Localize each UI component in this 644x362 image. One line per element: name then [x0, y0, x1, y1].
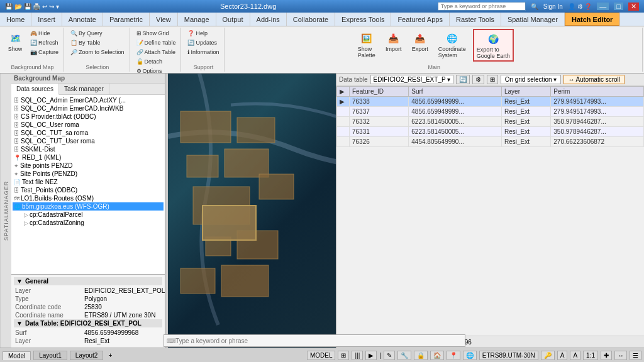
svg-rect-10	[180, 268, 215, 293]
status-key[interactable]: 🔑	[541, 351, 555, 360]
table-row[interactable]: 76337 4856.659949999... Resi_Ext 279.949…	[337, 107, 644, 117]
refresh-button[interactable]: 🔄Refresh	[28, 38, 61, 47]
tab-manage[interactable]: Manage	[178, 13, 216, 26]
tree-item-sql2[interactable]: 🗄 SQL_OC_Admin EmerCAD.InciWKB	[13, 104, 164, 112]
coordinate-system-button[interactable]: 🌐 CoordinateSystem	[435, 29, 469, 60]
export-google-earth-button[interactable]: 🌍 Export toGoogle Earth	[473, 29, 514, 62]
status-pin[interactable]: 📍	[447, 351, 460, 360]
status-arrows[interactable]: ↔	[614, 351, 627, 360]
tab-featured-apps[interactable]: Featured Apps	[391, 13, 450, 26]
autoscroll-button[interactable]: ↔ Automatic scroll	[564, 75, 625, 84]
status-plus[interactable]: ✚	[601, 351, 612, 360]
show-grid-button[interactable]: ⊞Show Grid	[134, 29, 179, 38]
tab-model[interactable]: Model	[3, 351, 31, 360]
show-button[interactable]: 🗺️ Show	[4, 29, 26, 54]
tree-item-sql3[interactable]: 🗄 SQL_OC_User roma	[13, 121, 164, 129]
by-table-button[interactable]: 📋By Table	[68, 38, 127, 47]
tree-item-sql4[interactable]: 🗄 SQL_OC_TUT_sa roma	[13, 129, 164, 137]
col-surf[interactable]: Surf	[409, 87, 502, 97]
status-scale[interactable]: 1:1	[583, 351, 598, 360]
feature-table[interactable]: ▶ Feature_ID Surf Layer Perim ▶ 76338 48…	[336, 86, 644, 336]
information-button[interactable]: ℹInformation	[185, 48, 221, 57]
tab-addins[interactable]: Add-ins	[250, 13, 287, 26]
tab-task-manager[interactable]: Task manager	[59, 84, 109, 94]
zoom-selection-button[interactable]: 🔎Zoom to Selection	[68, 48, 127, 57]
tree-item-testpts[interactable]: 🗄 Test_Points (ODBC)	[13, 186, 164, 194]
table-name-dropdown[interactable]: EDIFICIO2_RESI_EXT_P ▾	[370, 75, 453, 84]
status-a2[interactable]: A	[570, 351, 580, 360]
export-button[interactable]: 📤 Export	[409, 29, 431, 54]
status-pen[interactable]: ✎	[384, 351, 395, 360]
minimize-button[interactable]: —	[597, 3, 609, 10]
status-grid[interactable]: ⊞	[338, 351, 349, 360]
tree-item-cs1[interactable]: 🗄 CS Provider.tblAct (ODBC)	[13, 112, 164, 121]
show-palette-button[interactable]: 🖼️ ShowPalette	[355, 29, 379, 60]
data-sources-tree[interactable]: 🗄 SQL_OC_Admin EmerCAD.ActXY (... 🗄 SQL_…	[11, 95, 165, 274]
tab-layout2[interactable]: Layout2	[70, 351, 104, 360]
tree-item-red1[interactable]: 📍 RED_1 (KML)	[13, 153, 164, 162]
map-viewport[interactable]	[168, 74, 336, 348]
hide-button[interactable]: 🙈Hide	[28, 29, 61, 38]
status-menu[interactable]: ☰	[630, 351, 641, 360]
import-button[interactable]: 📥 Import	[382, 29, 405, 54]
command-line[interactable]: ⌨	[164, 334, 465, 347]
tree-item-textfile[interactable]: 📄 Text file NEZ	[13, 178, 164, 186]
help-button[interactable]: ❓Help	[185, 29, 221, 38]
status-crs[interactable]: ETRS89.UTM-30N	[479, 351, 538, 360]
collapse-icon[interactable]: ▼	[16, 278, 23, 285]
selection-mode-dropdown[interactable]: On grid selection ▾	[501, 75, 562, 84]
tab-output[interactable]: Output	[216, 13, 250, 26]
tree-item-cp1[interactable]: ▷ cp:CadastralParcel	[13, 211, 164, 219]
attach-table-button[interactable]: 🔗Attach Table	[134, 48, 179, 57]
status-model[interactable]: MODEL	[307, 351, 336, 360]
tab-annotate[interactable]: Annotate	[62, 13, 103, 26]
table-refresh-button[interactable]: 🔄	[456, 75, 470, 84]
tree-item-lo1[interactable]: 🗺 LO1.Builds-Routes (OSM)	[13, 194, 164, 202]
tree-item-sql1[interactable]: 🗄 SQL_OC_Admin EmerCAD.ActXY (...	[13, 96, 164, 104]
table-filter-button[interactable]: ⊞	[487, 75, 498, 84]
tab-view[interactable]: View	[150, 13, 178, 26]
collapse-icon-dt[interactable]: ▼	[16, 320, 23, 327]
status-globe[interactable]: 🌐	[463, 351, 477, 360]
status-snap[interactable]: |||	[352, 351, 363, 360]
status-wheel[interactable]: 🔧	[397, 351, 411, 360]
signin-button[interactable]: Sign In	[543, 3, 563, 10]
table-row[interactable]: ▶ 76338 4856.659949999... Resi_Ext 279.9…	[337, 97, 644, 107]
define-table-button[interactable]: 📝Define Table	[134, 38, 179, 47]
col-layer[interactable]: Layer	[501, 87, 550, 97]
tab-collaborate[interactable]: Collaborate	[287, 13, 335, 26]
col-feature-id[interactable]: Feature_ID	[350, 87, 409, 97]
detach-button[interactable]: 🔓Detach	[134, 57, 179, 66]
maximize-button[interactable]: □	[614, 3, 623, 10]
tree-item-b5m[interactable]: 🌐 b5m.gipuzkoa.eus (WFS-OGR)	[13, 202, 164, 211]
table-settings-button[interactable]: ⚙	[472, 75, 484, 84]
table-row[interactable]: 76332 6223.581450005... Resi_Ext 350.978…	[337, 117, 644, 127]
by-query-button[interactable]: 🔍By Query	[68, 29, 127, 38]
tree-item-sskml[interactable]: 🗄 SSKML-Dist	[13, 145, 164, 153]
status-ortho[interactable]: ▶	[365, 351, 377, 360]
tab-data-sources[interactable]: Data sources	[11, 84, 59, 95]
tree-item-cp2[interactable]: ▷ cp:CadastralZoning	[13, 219, 164, 227]
close-button[interactable]: ✕	[628, 3, 639, 11]
table-row[interactable]: 76326 4454.805649990... Resi_Ext 270.662…	[337, 137, 644, 147]
tab-raster-tools[interactable]: Raster Tools	[450, 13, 501, 26]
capture-button[interactable]: 📷Capture	[28, 48, 61, 57]
status-a1[interactable]: A	[557, 351, 568, 360]
tab-layout1[interactable]: Layout1	[33, 351, 67, 360]
tree-item-site1[interactable]: ✦ Site points PENZD	[13, 162, 164, 170]
updates-button[interactable]: 🔄Updates	[185, 38, 221, 47]
tree-item-sql5[interactable]: 🗄 SQL_OC_TUT_User roma	[13, 137, 164, 145]
command-input[interactable]	[175, 337, 462, 344]
tree-item-site2[interactable]: ✦ Site Points (PENZD)	[13, 170, 164, 178]
search-input[interactable]	[438, 2, 526, 11]
tab-express-tools[interactable]: Express Tools	[335, 13, 391, 26]
col-perim[interactable]: Perim	[551, 87, 644, 97]
tab-spatial-manager[interactable]: Spatial Manager	[501, 13, 565, 26]
table-row[interactable]: 76331 6223.581450005... Resi_Ext 350.978…	[337, 127, 644, 137]
tab-home[interactable]: Home	[0, 13, 31, 26]
status-lock[interactable]: 🔒	[414, 351, 428, 360]
tab-parametric[interactable]: Parametric	[103, 13, 150, 26]
tab-insert[interactable]: Insert	[31, 13, 62, 26]
status-home[interactable]: 🏠	[430, 351, 444, 360]
tab-hatch-editor[interactable]: Hatch Editor	[565, 13, 619, 26]
